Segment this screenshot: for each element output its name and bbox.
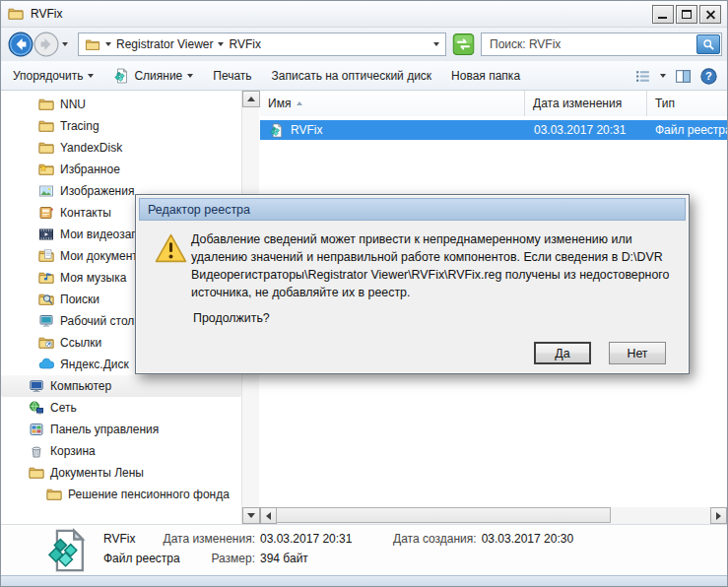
folder-icon: [7, 6, 25, 22]
view-dropdown-icon[interactable]: [660, 74, 666, 78]
minimize-button[interactable]: [652, 5, 674, 24]
search-icon: [702, 38, 715, 51]
search-box[interactable]: Поиск: RVFix: [481, 33, 722, 56]
sort-ascending-icon: [297, 98, 302, 105]
sidebar-item-reshenie-pensionnogo-fonda[interactable]: Решение пенсионного фонда: [1, 484, 241, 505]
registry-file-icon: [113, 68, 129, 84]
help-icon[interactable]: [700, 68, 717, 85]
arrow-left-icon: [262, 512, 271, 520]
new-folder-button[interactable]: Новая папка: [451, 69, 520, 83]
refresh-button[interactable]: [452, 33, 475, 55]
sidebar-item-favorites[interactable]: Избранное: [1, 159, 241, 180]
arrow-right-icon: [716, 512, 725, 520]
folder-icon: [38, 118, 54, 134]
back-button[interactable]: [8, 32, 33, 57]
address-bar[interactable]: Registrator Viewer RVFix: [78, 33, 446, 56]
details-pane: RVFix Файл реестра Дата изменения: 03.03…: [1, 524, 727, 575]
scroll-up-button[interactable]: [242, 91, 260, 107]
favorites-star-folder-icon: [38, 162, 54, 177]
history-dropdown-icon[interactable]: [62, 42, 68, 46]
title-bar: RVFix: [1, 1, 727, 28]
file-name: RVFix: [291, 123, 524, 137]
size-label: Размер:: [149, 552, 255, 571]
dialog-title-bar[interactable]: Редактор реестра: [139, 198, 686, 221]
column-header-type[interactable]: Тип: [647, 91, 727, 116]
maximize-button[interactable]: [676, 5, 697, 24]
cloud-icon: [38, 357, 54, 372]
chevron-down-icon[interactable]: [105, 42, 111, 46]
folder-icon: [38, 140, 54, 156]
sidebar-item-yandexdisk[interactable]: YandexDisk: [1, 137, 241, 159]
navigation-bar: Registrator Viewer RVFix Поиск: RVFix: [1, 28, 727, 61]
close-button[interactable]: [699, 5, 721, 24]
merge-button[interactable]: Слияние: [113, 68, 193, 84]
dialog-message: Добавление сведений может привести к неп…: [191, 230, 676, 301]
column-header-name[interactable]: Имя: [260, 91, 525, 116]
pictures-icon: [38, 183, 54, 199]
organize-button[interactable]: Упорядочить: [13, 69, 94, 83]
dialog-question: Продолжить?: [193, 311, 270, 325]
column-header-modified[interactable]: Дата изменения: [525, 91, 647, 116]
sidebar-item-computer[interactable]: Компьютер: [1, 375, 241, 397]
network-icon: [29, 400, 44, 416]
file-modified: 03.03.2017 20:31: [524, 123, 646, 137]
print-button[interactable]: Печать: [213, 69, 251, 83]
search-input[interactable]: Поиск: RVFix: [490, 37, 696, 51]
recycle-bin-icon: [29, 443, 44, 459]
address-dropdown-icon[interactable]: [433, 42, 439, 46]
folder-icon: [29, 465, 44, 481]
scroll-left-button[interactable]: [260, 507, 277, 524]
command-toolbar: Упорядочить Слияние Печать Записать на о…: [1, 61, 727, 91]
dialog-title: Редактор реестра: [148, 203, 250, 217]
breadcrumb-rvfix[interactable]: RVFix: [229, 37, 260, 51]
searches-icon: [38, 292, 54, 307]
registry-editor-dialog: Редактор реестра Добавление сведений мож…: [135, 194, 690, 374]
scrollbar-thumb[interactable]: [276, 507, 611, 523]
links-icon: [38, 335, 54, 351]
videos-icon: [38, 227, 54, 242]
change-view-icon[interactable]: [634, 68, 651, 85]
contacts-icon: [38, 205, 54, 221]
forward-button[interactable]: [33, 32, 59, 57]
preview-pane-icon[interactable]: [675, 68, 692, 85]
created-value: 03.03.2017 20:30: [482, 532, 573, 546]
burn-to-disc-button[interactable]: Записать на оптический диск: [272, 69, 432, 83]
details-file-name: RVFix: [103, 532, 135, 546]
modified-value: 03.03.2017 20:31: [260, 532, 352, 552]
file-type: Файл реестра: [646, 123, 727, 137]
minimize-icon: [658, 17, 667, 19]
folder-icon: [38, 97, 54, 112]
column-headers: Имя Дата изменения Тип: [260, 91, 727, 116]
maximize-icon: [682, 10, 692, 19]
chevron-down-icon[interactable]: [218, 42, 224, 46]
sidebar-item-recycle-bin[interactable]: Корзина: [1, 440, 241, 462]
chevron-down-icon: [187, 74, 193, 78]
scroll-right-button[interactable]: [710, 507, 727, 524]
desktop-icon: [38, 313, 54, 329]
documents-icon: [38, 248, 54, 264]
folder-icon: [46, 487, 62, 502]
chevron-down-icon: [88, 74, 94, 78]
control-panel-icon: [29, 422, 44, 437]
warning-icon: [154, 232, 188, 265]
arrow-up-icon: [247, 93, 255, 101]
registry-file-icon: [269, 123, 284, 138]
list-horizontal-scrollbar[interactable]: [260, 507, 727, 524]
music-icon: [38, 270, 54, 286]
window-title: RVFix: [31, 7, 62, 21]
arrow-down-icon: [247, 513, 255, 522]
sidebar-item-control-panel[interactable]: Панель управления: [1, 419, 241, 440]
sidebar-item-tracing[interactable]: Tracing: [1, 115, 241, 137]
search-button[interactable]: [696, 34, 720, 54]
breadcrumb-registrator-viewer[interactable]: Registrator Viewer: [116, 37, 213, 51]
sidebar-item-network[interactable]: Сеть: [1, 397, 241, 419]
yes-button[interactable]: Да: [534, 342, 591, 364]
no-button[interactable]: Нет: [609, 342, 666, 364]
folder-icon: [85, 37, 100, 52]
window-bottom-edge: [1, 575, 727, 586]
sidebar-item-nnu[interactable]: NNU: [1, 94, 241, 115]
scroll-down-button[interactable]: [242, 507, 260, 524]
file-row-rvfix[interactable]: RVFix 03.03.2017 20:31 Файл реестра: [260, 120, 727, 140]
created-label: Дата создания:: [393, 532, 477, 546]
sidebar-item-dokumenty-leny[interactable]: Документы Лены: [1, 462, 241, 484]
